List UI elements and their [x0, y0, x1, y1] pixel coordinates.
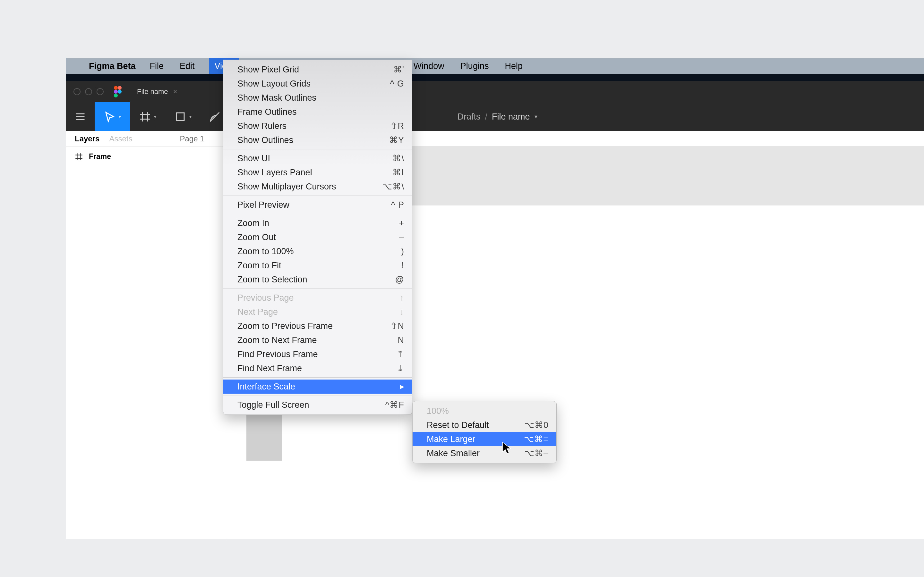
menu-help[interactable]: Help [503, 58, 525, 74]
hamburger-menu-button[interactable] [66, 102, 95, 131]
move-tool-button[interactable]: ▾ [95, 102, 130, 131]
tab-layers[interactable]: Layers [75, 134, 99, 143]
menu-file[interactable]: File [148, 58, 166, 74]
menu-item-pixel-preview[interactable]: Pixel Preview^ P [223, 198, 412, 212]
menu-item-label: Show Layout Grids [237, 79, 310, 89]
menu-item-shortcut: ^⌘F [385, 400, 404, 410]
chevron-down-icon: ▾ [119, 114, 121, 119]
svg-point-0 [114, 86, 118, 90]
menu-item-shortcut: ↑ [400, 293, 405, 303]
menu-item-zoom-to-100-[interactable]: Zoom to 100%) [223, 244, 412, 258]
menu-item-label: Show Layers Panel [237, 168, 312, 177]
close-window-icon[interactable] [73, 88, 81, 95]
submenu-item-make-larger[interactable]: Make Larger⌥⌘= [413, 432, 556, 446]
submenu-item-100-: 100% [413, 404, 556, 418]
macos-menubar: Figma Beta File Edit View Object Vector … [66, 58, 924, 74]
menu-item-zoom-to-fit[interactable]: Zoom to Fit! [223, 258, 412, 272]
document-tab[interactable]: File name × [131, 81, 184, 102]
shape-tool-button[interactable]: ▾ [165, 102, 200, 131]
menu-item-shortcut: ⌘\ [393, 153, 404, 163]
menu-plugins[interactable]: Plugins [459, 58, 491, 74]
menu-item-label: Show UI [237, 153, 270, 163]
menu-item-show-layers-panel[interactable]: Show Layers Panel⌘I [223, 165, 412, 179]
menu-item-label: Previous Page [237, 293, 294, 303]
menu-item-zoom-out[interactable]: Zoom Out– [223, 230, 412, 244]
menu-item-shortcut: + [399, 218, 404, 228]
tab-bar: File name × [66, 81, 924, 102]
menu-item-shortcut: ! [401, 261, 404, 271]
menu-item-label: Show Multiplayer Cursors [237, 182, 336, 192]
menu-item-label: Next Page [237, 307, 278, 317]
menu-item-show-rulers[interactable]: Show Rulers⇧R [223, 119, 412, 133]
menu-item-label: Zoom to 100% [237, 247, 294, 256]
chevron-down-icon: ▾ [189, 114, 192, 119]
menu-item-shortcut: ⌥⌘= [524, 434, 549, 444]
menu-item-label: Zoom to Next Frame [237, 335, 317, 345]
tab-assets[interactable]: Assets [109, 134, 132, 143]
app-name[interactable]: Figma Beta [89, 61, 136, 71]
breadcrumb-file[interactable]: File name [492, 112, 530, 122]
menu-item-shortcut: ⌥⌘– [524, 448, 549, 458]
menu-item-zoom-in[interactable]: Zoom In+ [223, 216, 412, 230]
menu-item-label: Make Smaller [427, 448, 480, 458]
svg-point-3 [118, 90, 121, 93]
menu-item-shortcut: ⌘I [393, 167, 404, 177]
frame-icon [75, 153, 83, 161]
menu-item-label: Frame Outlines [237, 107, 297, 117]
menu-item-shortcut: ⌥⌘0 [524, 420, 549, 430]
menu-item-shortcut: ⌘' [393, 64, 404, 75]
left-panel-tabs: Layers Assets Page 1 [66, 131, 924, 147]
menu-item-label: Pixel Preview [237, 200, 289, 210]
breadcrumb-drafts[interactable]: Drafts [457, 112, 480, 122]
frame-tool-button[interactable]: ▾ [130, 102, 165, 131]
submenu-item-reset-to-default[interactable]: Reset to Default⌥⌘0 [413, 418, 556, 432]
menu-item-zoom-to-selection[interactable]: Zoom to Selection@ [223, 272, 412, 287]
figma-toolbar: ▾ ▾ ▾ Drafts / File name ▾ [66, 102, 924, 131]
menu-item-zoom-to-previous-frame[interactable]: Zoom to Previous Frame⇧N [223, 319, 412, 333]
menu-item-show-outlines[interactable]: Show Outlines⌘Y [223, 133, 412, 147]
layer-row[interactable]: Frame [66, 147, 226, 167]
close-tab-icon[interactable]: × [173, 87, 178, 96]
menu-item-toggle-full-screen[interactable]: Toggle Full Screen^⌘F [223, 398, 412, 412]
breadcrumb[interactable]: Drafts / File name ▾ [457, 112, 537, 122]
menu-item-frame-outlines[interactable]: Frame Outlines [223, 105, 412, 119]
menu-separator [223, 288, 412, 289]
menu-item-find-previous-frame[interactable]: Find Previous Frame⤒ [223, 347, 412, 361]
menu-item-label: Zoom In [237, 218, 269, 228]
minimize-window-icon[interactable] [85, 88, 92, 95]
submenu-item-make-smaller[interactable]: Make Smaller⌥⌘– [413, 446, 556, 460]
chevron-down-icon: ▾ [154, 114, 156, 119]
menu-separator [223, 214, 412, 214]
menu-item-label: Zoom to Fit [237, 261, 281, 271]
menu-item-label: Find Next Frame [237, 364, 302, 374]
menu-item-next-page: Next Page↓ [223, 305, 412, 319]
figma-logo-icon[interactable] [114, 86, 121, 97]
menu-item-shortcut: ⇧R [390, 121, 405, 131]
menu-edit[interactable]: Edit [178, 58, 197, 74]
menu-item-show-mask-outlines[interactable]: Show Mask Outlines [223, 91, 412, 105]
window-traffic-lights [73, 88, 103, 95]
menu-item-shortcut: ^ P [391, 200, 404, 210]
svg-point-4 [114, 93, 118, 97]
menu-item-label: Zoom Out [237, 232, 276, 242]
tab-title: File name [137, 87, 168, 96]
chevron-down-icon[interactable]: ▾ [535, 113, 537, 120]
cursor-icon [501, 442, 512, 455]
layer-name: Frame [89, 152, 111, 161]
menu-item-interface-scale[interactable]: Interface Scale [223, 380, 412, 394]
menu-separator [223, 195, 412, 196]
menu-item-shortcut: ⤒ [397, 349, 404, 359]
menu-item-zoom-to-next-frame[interactable]: Zoom to Next FrameN [223, 333, 412, 347]
menu-item-show-pixel-grid[interactable]: Show Pixel Grid⌘' [223, 63, 412, 77]
menu-item-show-layout-grids[interactable]: Show Layout Grids^ G [223, 77, 412, 91]
interface-scale-submenu: 100%Reset to Default⌥⌘0Make Larger⌥⌘=Mak… [412, 401, 557, 463]
menu-item-find-next-frame[interactable]: Find Next Frame⤓ [223, 361, 412, 376]
page-selector[interactable]: Page 1 [180, 134, 204, 143]
menu-item-shortcut: ) [401, 247, 404, 256]
menu-item-show-ui[interactable]: Show UI⌘\ [223, 151, 412, 165]
menu-item-label: Zoom to Selection [237, 275, 307, 285]
fullscreen-window-icon[interactable] [97, 88, 103, 95]
menu-item-show-multiplayer-cursors[interactable]: Show Multiplayer Cursors⌥⌘\ [223, 179, 412, 193]
menu-window[interactable]: Window [412, 58, 446, 74]
menu-item-label: Zoom to Previous Frame [237, 321, 333, 331]
